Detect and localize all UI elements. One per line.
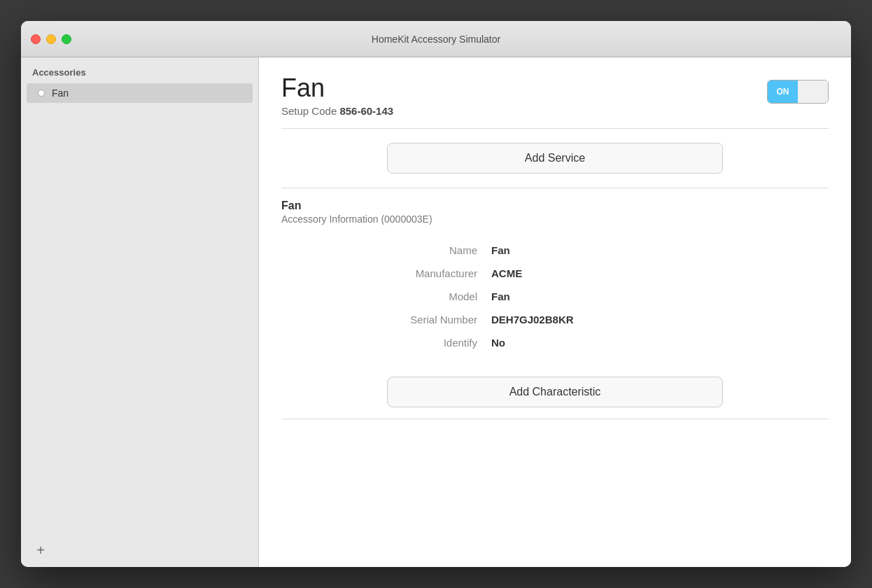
char-label-identify: Identify	[281, 337, 491, 349]
sidebar-item-fan[interactable]: Fan	[27, 83, 253, 103]
setup-code-label: Setup Code	[281, 105, 337, 117]
sidebar-header: Accessories	[21, 57, 258, 83]
add-characteristic-section: Add Characteristic	[259, 365, 851, 419]
characteristics-list: Name Fan Manufacturer ACME Model Fan	[281, 239, 829, 354]
app-window: HomeKit Accessory Simulator Accessories …	[21, 21, 851, 567]
char-label-name: Name	[281, 244, 491, 256]
add-accessory-button[interactable]: +	[32, 542, 49, 559]
char-value-identify: No	[491, 337, 505, 349]
service-name: Fan	[281, 200, 829, 212]
add-characteristic-button[interactable]: Add Characteristic	[387, 377, 723, 407]
maximize-button[interactable]	[62, 34, 71, 44]
accessory-title: Fan	[281, 74, 393, 102]
header-info: Fan Setup Code 856-60-143	[281, 74, 393, 117]
traffic-lights	[31, 34, 71, 44]
accessory-status-dot	[38, 90, 45, 97]
characteristic-row-identify: Identify No	[281, 331, 829, 354]
characteristic-row-name: Name Fan	[281, 239, 829, 262]
setup-code-value: 856-60-143	[339, 105, 393, 117]
window-body: Accessories Fan + Fan Setup Code 856-60-…	[21, 57, 851, 567]
titlebar: HomeKit Accessory Simulator	[21, 21, 851, 57]
characteristic-row-manufacturer: Manufacturer ACME	[281, 262, 829, 285]
add-service-button[interactable]: Add Service	[387, 143, 723, 174]
minimize-button[interactable]	[46, 34, 56, 44]
window-title: HomeKit Accessory Simulator	[372, 34, 500, 45]
characteristic-row-serial: Serial Number DEH7GJ02B8KR	[281, 308, 829, 331]
main-header: Fan Setup Code 856-60-143 ON	[259, 57, 851, 128]
service-section: Fan Accessory Information (0000003E) Nam…	[259, 188, 851, 365]
main-content: Fan Setup Code 856-60-143 ON Add Se	[259, 57, 851, 567]
char-value-model: Fan	[491, 290, 510, 302]
setup-code-row: Setup Code 856-60-143	[281, 105, 393, 117]
add-service-section: Add Service	[259, 129, 851, 188]
sidebar-item-label: Fan	[52, 88, 69, 99]
char-label-serial: Serial Number	[281, 314, 491, 326]
toggle-off-area	[798, 80, 828, 103]
sidebar-footer: +	[21, 533, 258, 567]
toggle-on-label: ON	[768, 80, 798, 103]
sidebar: Accessories Fan +	[21, 57, 259, 567]
char-value-name: Fan	[491, 244, 510, 256]
char-label-manufacturer: Manufacturer	[281, 267, 491, 279]
characteristic-row-model: Model Fan	[281, 285, 829, 308]
char-value-serial: DEH7GJ02B8KR	[491, 314, 574, 326]
toggle-container: ON	[767, 80, 829, 104]
power-toggle[interactable]: ON	[767, 80, 829, 104]
char-value-manufacturer: ACME	[491, 267, 522, 279]
close-button[interactable]	[31, 34, 41, 44]
char-label-model: Model	[281, 290, 491, 302]
bottom-divider	[281, 419, 829, 419]
service-info: Accessory Information (0000003E)	[281, 214, 829, 225]
